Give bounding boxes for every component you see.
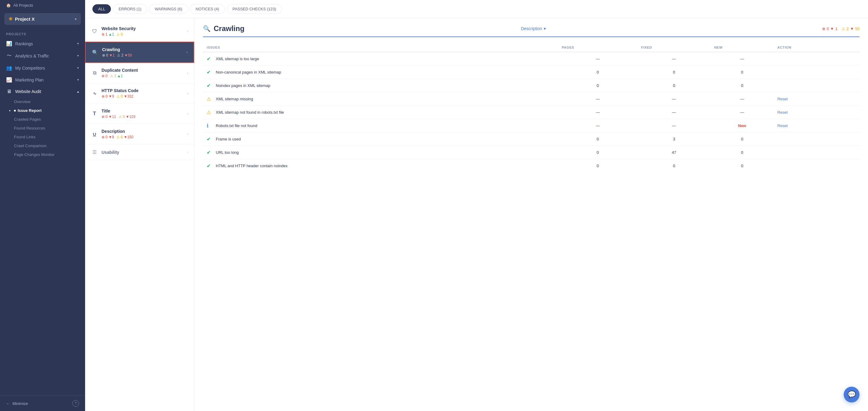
new-cell: 0 <box>711 133 774 146</box>
sidebar-sub-found-links[interactable]: Found Links <box>0 133 85 141</box>
issue-name-cell: ⚠ XML sitemap not found in robots.txt fi… <box>203 106 558 119</box>
sidebar-item-analytics-label: Analytics & Traffic <box>15 54 49 58</box>
action-cell <box>774 146 860 159</box>
error-stat: ⊗ 0 ▼9 <box>101 94 114 98</box>
sidebar-item-audit[interactable]: 🖥 Website Audit ▴ <box>0 86 85 97</box>
x-circle-icon: ⊗ <box>101 135 104 139</box>
x-circle-icon: ⊗ <box>822 26 826 31</box>
table-panel: 🔍 Crawling Description ▾ ⊗ 0 ▼ 1 ⚠ <box>194 18 868 411</box>
search-icon: 🔍 <box>92 50 98 55</box>
warning-count: 2 <box>846 26 848 31</box>
filter-passed-button[interactable]: PASSED CHECKS (123) <box>227 4 282 14</box>
page-changes-label: Page Changes Monitor <box>14 152 54 157</box>
category-title-label: Usability <box>101 150 119 155</box>
help-icon[interactable]: ? <box>72 400 79 407</box>
sidebar-item-rankings[interactable]: 📊 Rankings ▾ <box>0 38 85 50</box>
error-stat: ⊗ 0 ▼8 <box>101 135 114 139</box>
sidebar-sub-issue-report[interactable]: Issue Report <box>0 106 85 115</box>
analytics-icon: 〜 <box>6 53 12 59</box>
new-cell: 0 <box>711 66 774 79</box>
filter-errors-button[interactable]: ERRORS (1) <box>113 4 147 14</box>
category-title: HTTP Status Code <box>101 88 138 93</box>
sidebar-item-analytics[interactable]: 〜 Analytics & Traffic ▾ <box>0 50 85 62</box>
category-chevron-icon: › <box>187 29 188 33</box>
sidebar-item-audit-label: Website Audit <box>15 89 41 94</box>
triangle-warn-icon: ⚠ <box>116 94 120 98</box>
sidebar-item-competitors[interactable]: 👥 My Competitors ▾ <box>0 62 85 74</box>
pages-cell: — <box>558 92 638 106</box>
category-description[interactable]: U Description ⊗ 0 ▼8 ⚠ 0 ▼150 <box>85 124 194 144</box>
minimize-button[interactable]: ← Minimize ? <box>0 395 85 411</box>
new-cell: — <box>711 52 774 66</box>
issue-report-label: Issue Report <box>18 108 42 113</box>
fixed-cell: — <box>638 92 711 106</box>
warning-up-icon: ▲1 <box>117 74 123 78</box>
title-section: 🔍 Crawling <box>203 24 244 33</box>
filter-bar: ALL ERRORS (1) WARNINGS (6) NOTICES (4) … <box>85 0 868 18</box>
reset-button[interactable]: Reset <box>777 110 788 115</box>
triangle-warn-icon: ⚠ <box>116 135 120 139</box>
category-left: ☰ Usability <box>91 149 187 155</box>
sidebar-sub-page-changes[interactable]: Page Changes Monitor <box>0 150 85 159</box>
issue-name-cell: ✔ HTML and HTTP header contain noindex <box>203 159 558 173</box>
category-stats: ⊗ 0 ▼1 ⚠ 2 ▼50 <box>102 53 132 57</box>
filter-notices-button[interactable]: NOTICES (4) <box>190 4 225 14</box>
duplicate-icon: ⧉ <box>91 70 98 76</box>
warning-triangle-icon: ⚠ <box>207 110 213 115</box>
check-circle-icon: ✔ <box>207 150 213 155</box>
error-down-icon: ▼9 <box>108 94 114 98</box>
description-dropdown[interactable]: Description ▾ <box>521 26 546 31</box>
reset-button[interactable]: Reset <box>777 123 788 128</box>
category-usability[interactable]: ☰ Usability › <box>85 144 194 160</box>
category-duplicate-content[interactable]: ⧉ Duplicate Content ⊗ 0 ⚠ 1 ▲1 <box>85 63 194 83</box>
check-circle-icon: ✔ <box>207 136 213 142</box>
fixed-cell: — <box>638 119 711 133</box>
content-area: 🛡 Website Security ⊗ 1 ▲1 ⚠ 0 <box>85 18 868 411</box>
sidebar-sub-overview[interactable]: Overview <box>0 97 85 106</box>
warning-stat: ⚠ 1 ▲1 <box>110 74 123 78</box>
all-projects-link[interactable]: 🏠 All Projects <box>0 0 85 11</box>
audit-icon: 🖥 <box>6 89 12 94</box>
triangle-warn-icon: ⚠ <box>117 53 120 57</box>
error-arrow-icon: ▼ <box>830 26 834 31</box>
category-crawling[interactable]: 🔍 Crawling ⊗ 0 ▼1 ⚠ 2 ▼50 <box>85 42 194 63</box>
col-new: NEW <box>711 43 774 52</box>
sidebar-item-rankings-label: Rankings <box>15 41 33 46</box>
pages-cell: 0 <box>558 66 638 79</box>
chat-icon: 💬 <box>848 391 856 399</box>
chat-button[interactable]: 💬 <box>844 387 860 403</box>
new-cell: — <box>711 106 774 119</box>
dropdown-chevron-icon: ▾ <box>544 26 546 31</box>
issue-name: URL too long <box>216 150 239 155</box>
category-stats: ⊗ 0 ▼9 ⚠ 0 ▼332 <box>101 94 138 98</box>
issue-name-cell: ✔ Noindex pages in XML sitemap <box>203 79 558 92</box>
issue-name-cell: ✔ Non-canonical pages in XML sitemap <box>203 66 558 79</box>
fixed-cell: 0 <box>638 66 711 79</box>
filter-warnings-button[interactable]: WARNINGS (6) <box>149 4 188 14</box>
category-website-security[interactable]: 🛡 Website Security ⊗ 1 ▲1 ⚠ 0 <box>85 21 194 42</box>
table-row: ✔ URL too long 0 47 0 <box>203 146 860 159</box>
usability-icon: ☰ <box>91 149 98 155</box>
category-stats: ⊗ 0 ⚠ 1 ▲1 <box>101 74 138 78</box>
action-cell: Reset <box>774 92 860 106</box>
all-projects-label: All Projects <box>13 3 33 8</box>
sidebar-item-marketing[interactable]: 📈 Marketing Plan ▾ <box>0 74 85 86</box>
issue-name: HTML and HTTP header contain noindex <box>216 164 287 168</box>
filter-all-button[interactable]: ALL <box>92 4 111 14</box>
category-title[interactable]: T Title ⊗ 0 ▼11 ⚠ 0 ▼103 <box>85 104 194 124</box>
reset-button[interactable]: Reset <box>777 97 788 101</box>
sidebar-sub-crawled-pages[interactable]: Crawled Pages <box>0 115 85 124</box>
sidebar-sub-crawl-comparison[interactable]: Crawl Comparison <box>0 141 85 150</box>
pages-cell: — <box>558 119 638 133</box>
action-cell <box>774 52 860 66</box>
warning-delta: 50 <box>855 26 860 31</box>
category-left: ⧉ Duplicate Content ⊗ 0 ⚠ 1 ▲1 <box>91 68 187 78</box>
project-selector[interactable]: ✳ Project X ▾ <box>4 13 81 25</box>
x-circle-icon: ⊗ <box>101 74 104 78</box>
sidebar-sub-found-resources[interactable]: Found Resources <box>0 124 85 133</box>
project-icon: ✳ <box>8 16 12 22</box>
error-count: 0 <box>827 26 829 31</box>
pages-cell: 0 <box>558 159 638 173</box>
col-fixed: FIXED <box>638 43 711 52</box>
category-http-status[interactable]: ∿ HTTP Status Code ⊗ 0 ▼9 ⚠ 0 ▼332 <box>85 83 194 104</box>
